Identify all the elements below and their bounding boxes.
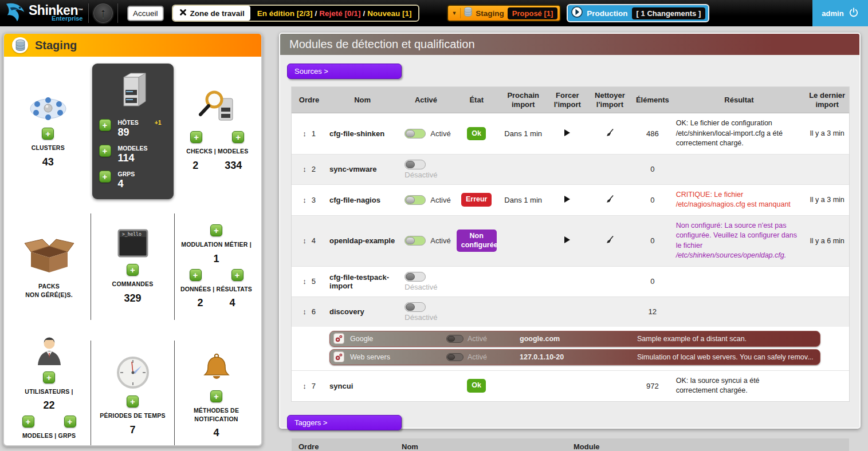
enable-toggle[interactable] (404, 129, 426, 139)
enable-toggle[interactable] (404, 160, 426, 169)
donnees-label[interactable]: DONNÉES | RÉSULTATS (180, 285, 252, 293)
hosts-card[interactable]: + HÔTES+1 89 + MODELES 114 + (92, 64, 174, 199)
user-menu[interactable]: admin (812, 0, 868, 26)
enable-toggle[interactable] (404, 195, 426, 205)
source-next-import (500, 215, 547, 266)
drag-handle-icon[interactable]: ↕ (303, 129, 307, 138)
staging-menu-button[interactable]: ▼ Staging Proposé [1] (447, 5, 561, 22)
drag-handle-icon[interactable]: ↕ (303, 165, 307, 173)
add-command-button[interactable]: + (127, 264, 139, 276)
workzone-button[interactable]: Zone de travail (173, 6, 250, 21)
scroll-top-button[interactable]: ↑ (92, 2, 114, 24)
toggle-label: Activé (430, 129, 450, 138)
scan-toggle-label: Activé (468, 335, 487, 343)
toggle-label: Activé (430, 196, 450, 204)
production-changes-badge[interactable]: [ 1 Changements ] (632, 7, 706, 19)
workzone-rejected-count[interactable]: Rejeté [0/1] (319, 9, 360, 18)
add-host-button[interactable]: + (99, 119, 111, 131)
production-button[interactable]: Production [ 1 Changements ] (567, 4, 709, 22)
utilisateurs-label[interactable]: UTILISATEURS | (25, 387, 73, 395)
checks-block: + + CHECKS | MODELES 2 334 (177, 88, 258, 173)
source-clean-cell (588, 370, 632, 401)
user-models-label[interactable]: MODELES | GRPS (22, 432, 76, 440)
packs-block[interactable]: PACKSNON GÉRÉ(E)S. (7, 203, 91, 330)
source-next-import (500, 266, 547, 296)
drag-handle-icon[interactable]: ↕ (303, 382, 307, 390)
enable-toggle[interactable] (404, 272, 426, 282)
sources-column-header: Le dernier import (805, 87, 849, 113)
source-name[interactable]: cfg-file-shinken (327, 113, 398, 155)
force-import-icon[interactable] (564, 129, 570, 136)
status-badge: Ok (467, 379, 486, 393)
enable-toggle[interactable] (404, 236, 426, 246)
sources-column-header: Activé (398, 87, 453, 113)
source-row: ↕6discoveryDésactivé12 (292, 296, 849, 327)
staging-proposed-badge[interactable]: Proposé [1] (508, 7, 558, 19)
clean-import-icon[interactable] (606, 235, 614, 246)
source-order: 3 (312, 196, 316, 204)
add-check-button[interactable]: + (190, 131, 202, 143)
source-name[interactable]: openldap-example (327, 215, 398, 266)
drag-handle-icon[interactable]: ↕ (303, 236, 307, 245)
add-user-button[interactable]: + (43, 371, 55, 383)
add-user-group-button[interactable]: + (64, 416, 76, 428)
scan-enable-toggle[interactable] (446, 335, 464, 343)
add-check-model-button[interactable]: + (232, 131, 244, 143)
add-modulation-button[interactable]: + (210, 224, 222, 236)
commandes-label[interactable]: COMMANDES (112, 280, 154, 288)
source-name[interactable]: cfg-file-testpack-import (327, 266, 398, 296)
source-state-cell: Non configurée (454, 215, 500, 266)
add-cluster-button[interactable]: + (42, 128, 54, 140)
source-name[interactable]: cfg-file-nagios (327, 184, 398, 215)
source-elements-count: 0 (632, 154, 673, 184)
source-order-cell: ↕2 (292, 154, 327, 184)
source-clean-cell (588, 215, 632, 266)
add-user-model-button[interactable]: + (22, 416, 34, 428)
source-name[interactable]: discovery (327, 296, 398, 327)
drag-handle-icon[interactable]: ↕ (303, 307, 307, 316)
source-name[interactable]: syncui (327, 370, 398, 401)
force-import-icon[interactable] (564, 236, 570, 243)
up-arrow-icon: ↑ (100, 6, 107, 20)
logo-title: Shinken™ (29, 5, 83, 16)
home-button[interactable]: Accueil (127, 6, 164, 21)
taggers-button[interactable]: Taggers > (287, 415, 402, 430)
app-logo[interactable]: Shinken™ Enterprise (5, 1, 85, 25)
source-name[interactable]: sync-vmware (327, 154, 398, 184)
add-data-modulation-button[interactable]: + (190, 269, 202, 281)
add-host-group-button[interactable]: + (99, 171, 111, 183)
scan-subrows: GoogleActivégoogle.comSample example of … (292, 327, 849, 371)
periodes-label[interactable]: PÉRIODES DE TEMPS (100, 412, 165, 420)
scan-row[interactable]: GoogleActivégoogle.comSample example of … (329, 331, 820, 347)
drag-handle-icon[interactable]: ↕ (303, 196, 307, 204)
add-host-model-button[interactable]: + (99, 145, 111, 157)
clusters-label[interactable]: CLUSTERS (32, 144, 65, 152)
source-enabled-cell (398, 370, 453, 401)
workzone-edit-count[interactable]: En édition [2/3] (257, 9, 313, 18)
clean-import-icon[interactable] (606, 195, 614, 205)
sources-button[interactable]: Sources > (287, 64, 402, 79)
toggle-knob (406, 161, 415, 168)
force-import-icon[interactable] (564, 196, 570, 203)
add-timeperiod-button[interactable]: + (127, 395, 139, 408)
sources-column-header: Résultat (673, 87, 806, 113)
modulation-label[interactable]: MODULATION MÉTIER | (181, 240, 252, 248)
add-notification-method-button[interactable]: + (210, 390, 222, 402)
drag-handle-icon[interactable]: ↕ (303, 277, 307, 286)
open-box-icon (23, 235, 76, 278)
source-elements-count: 486 (632, 113, 673, 155)
workzone-new-count[interactable]: Nouveau [1] (367, 9, 411, 18)
checks-label[interactable]: CHECKS | MODELES (186, 147, 248, 155)
scan-row[interactable]: Web serversActivé127.0.1.10-20Simulation… (329, 349, 820, 365)
hosts-count: 89 (118, 126, 162, 139)
enable-toggle[interactable] (404, 302, 426, 312)
source-order: 2 (312, 165, 316, 173)
source-state-cell: Erreur (454, 184, 500, 215)
source-order-cell: ↕7 (292, 370, 327, 401)
add-result-modulation-button[interactable]: + (231, 269, 243, 281)
source-row: ↕3cfg-file-nagiosActivéErreurDans 1 min0… (292, 184, 849, 215)
scan-enable-toggle[interactable] (446, 353, 464, 361)
clean-import-icon[interactable] (606, 128, 614, 139)
methodes-label[interactable]: MÉTHODES DENOTIFICATION (194, 406, 239, 422)
toggle-wrap: Désactivé (401, 302, 450, 322)
